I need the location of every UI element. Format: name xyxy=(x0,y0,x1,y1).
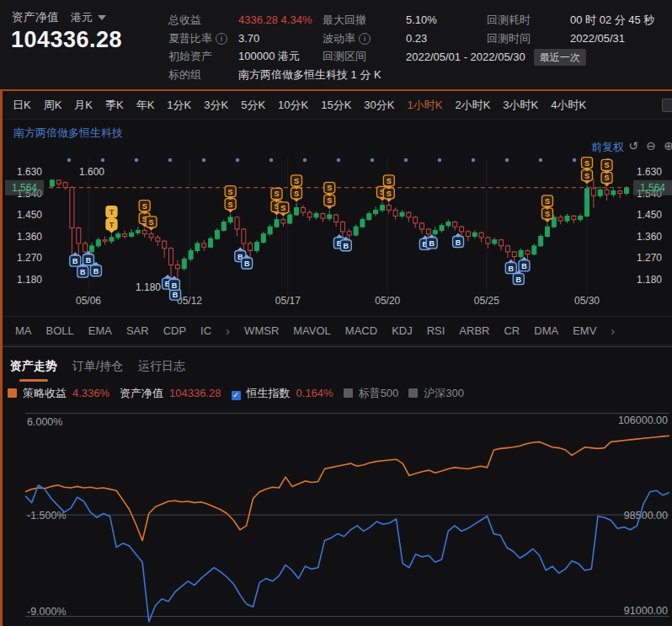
kline-period-12[interactable]: 1小时K xyxy=(408,98,443,113)
kline-period-14[interactable]: 3小时K xyxy=(503,98,538,113)
svg-text:B: B xyxy=(429,239,435,248)
buy-marker[interactable]: B xyxy=(505,259,516,274)
kline-period-4[interactable]: 季K xyxy=(105,98,124,113)
svg-text:B: B xyxy=(173,291,179,299)
indicator-ma[interactable]: MA xyxy=(15,324,32,337)
axis-labels: 6.000%-1.500%-9.000%106000.0098500.00910… xyxy=(27,415,668,618)
sell-marker[interactable]: S xyxy=(146,217,157,231)
chevron-right-icon[interactable]: › xyxy=(611,324,615,338)
legend-label: 标普500 xyxy=(359,387,399,399)
stat-value: 4336.28 4.34% xyxy=(238,13,312,28)
indicator-cr[interactable]: CR xyxy=(504,324,520,337)
sell-marker[interactable]: S xyxy=(541,208,552,222)
info-icon[interactable]: i xyxy=(359,33,371,45)
kline-period-6[interactable]: 1分K xyxy=(167,98,191,113)
buy-marker[interactable]: B xyxy=(519,257,530,271)
indicator-arbr[interactable]: ARBR xyxy=(459,324,489,337)
svg-text:1.360: 1.360 xyxy=(637,231,662,243)
svg-text:S: S xyxy=(387,190,392,198)
equity-legend: 策略收益4.336%资产净值104336.28✓恒生指数0.164%标普500沪… xyxy=(8,385,464,402)
legend-checkbox-1[interactable] xyxy=(8,388,17,398)
stat-label: 回测时间 xyxy=(487,31,531,46)
buy-marker[interactable]: B xyxy=(83,251,93,265)
sell-marker[interactable]: S xyxy=(601,172,612,186)
buy-marker[interactable]: B xyxy=(70,252,81,266)
tab-1[interactable]: 资产走势 xyxy=(10,347,57,383)
legend-label: 策略收益 xyxy=(23,387,67,399)
svg-text:-1.500%: -1.500% xyxy=(27,510,67,522)
kline-period-1[interactable]: 日K xyxy=(13,98,31,113)
svg-text:1.270: 1.270 xyxy=(637,252,662,264)
svg-text:-9.000%: -9.000% xyxy=(27,606,67,618)
t-marker[interactable]: T xyxy=(106,219,117,233)
svg-text:S: S xyxy=(294,190,299,198)
legend-checkbox-5[interactable] xyxy=(408,388,418,398)
legend-checkbox-4[interactable] xyxy=(344,388,353,398)
svg-text:S: S xyxy=(275,190,280,198)
indicator-emv[interactable]: EMV xyxy=(573,324,596,337)
sell-marker[interactable]: S xyxy=(278,202,289,217)
tab-3[interactable]: 运行日志 xyxy=(138,347,185,383)
svg-text:91000.00: 91000.00 xyxy=(624,605,668,617)
stat-value: 2022/05/31 xyxy=(570,31,625,46)
kline-period-9[interactable]: 10分K xyxy=(278,98,308,113)
menu-icon[interactable] xyxy=(662,99,672,112)
indicator-wmsr[interactable]: WMSR xyxy=(244,324,279,337)
series-benchmark xyxy=(25,485,669,622)
indicator-ic[interactable]: IC xyxy=(200,324,211,337)
price-annotation: 1.600 xyxy=(79,166,104,178)
currency-selector[interactable]: 港元 xyxy=(71,10,106,25)
indicator-sar[interactable]: SAR xyxy=(126,324,149,337)
svg-text:B: B xyxy=(86,256,92,265)
candlestick-chart[interactable]: 1.6301.6301.5401.5401.4501.4501.3601.360… xyxy=(0,150,672,312)
kline-period-5[interactable]: 年K xyxy=(136,98,155,113)
kline-period-15[interactable]: 4小时K xyxy=(551,98,586,113)
sell-marker[interactable]: S xyxy=(582,170,593,185)
legend-item-3: ✓恒生指数0.164% xyxy=(232,386,333,401)
legend-label: 沪深300 xyxy=(424,387,464,399)
equity-curve-chart[interactable]: 6.000%-1.500%-9.000%106000.0098500.00910… xyxy=(0,403,672,626)
indicator-mavol[interactable]: MAVOL xyxy=(293,324,331,337)
svg-text:S: S xyxy=(228,201,233,209)
legend-item-5: 沪深300 xyxy=(408,386,464,401)
kline-period-7[interactable]: 3分K xyxy=(204,98,228,113)
kline-period-bar: 日K周K月K季K年K1分K3分K5分K10分K15分K30分K1小时K2小时K3… xyxy=(3,91,672,120)
kline-period-11[interactable]: 30分K xyxy=(364,98,394,113)
chevron-right-icon[interactable]: › xyxy=(226,324,230,338)
svg-text:B: B xyxy=(516,276,522,284)
indicator-ema[interactable]: EMA xyxy=(88,324,112,337)
svg-text:05/17: 05/17 xyxy=(275,295,301,307)
sell-marker[interactable]: S xyxy=(383,188,394,202)
candles xyxy=(50,179,628,280)
stat-label: 总收益 xyxy=(168,13,201,28)
tab-2[interactable]: 订单/持仓 xyxy=(72,347,123,383)
indicator-rsi[interactable]: RSI xyxy=(427,324,445,337)
indicator-macd[interactable]: MACD xyxy=(345,324,377,337)
svg-text:B: B xyxy=(244,259,250,268)
date-axis: 05/0605/1205/1705/2005/2505/30 xyxy=(76,295,600,307)
sell-marker[interactable]: S xyxy=(291,188,302,202)
svg-text:B: B xyxy=(344,242,349,250)
kline-period-3[interactable]: 月K xyxy=(74,98,93,113)
indicator-boll[interactable]: BOLL xyxy=(46,324,74,337)
legend-checkbox-3[interactable]: ✓ xyxy=(232,391,241,400)
stat-label: 波动率i xyxy=(323,31,371,46)
sell-marker[interactable]: S xyxy=(324,195,335,209)
indicator-kdj[interactable]: KDJ xyxy=(392,324,413,337)
svg-text:B: B xyxy=(172,281,178,290)
svg-text:B: B xyxy=(72,257,78,265)
info-icon[interactable]: i xyxy=(216,33,227,45)
sell-marker[interactable]: S xyxy=(225,199,236,213)
buy-marker[interactable]: B xyxy=(426,234,437,249)
kline-period-10[interactable]: 15分K xyxy=(321,98,351,113)
kline-period-2[interactable]: 周K xyxy=(44,98,62,113)
indicator-cdp[interactable]: CDP xyxy=(163,324,186,337)
symbol-link[interactable]: 南方两倍做多恒生科技 xyxy=(13,126,123,141)
indicator-dma[interactable]: DMA xyxy=(534,324,558,337)
kline-period-8[interactable]: 5分K xyxy=(241,98,265,113)
svg-text:1.564: 1.564 xyxy=(12,182,37,194)
latest-run-badge[interactable]: 最近一次 xyxy=(534,49,586,66)
kline-period-13[interactable]: 2小时K xyxy=(455,98,490,113)
stat-label: 最大回撤 xyxy=(323,13,366,28)
buy-marker[interactable]: B xyxy=(453,233,464,248)
